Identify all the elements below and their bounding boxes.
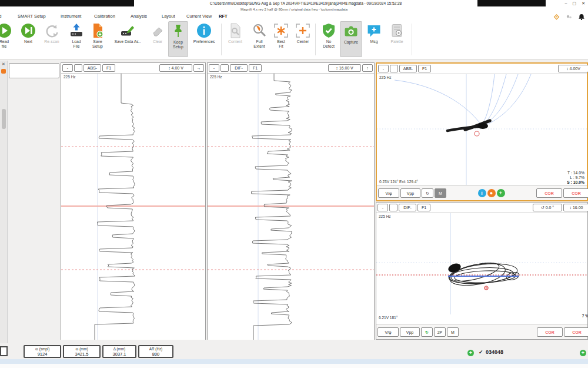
green-plus-round-button[interactable]: + — [497, 189, 505, 197]
frequency-label: 225 Hz — [64, 75, 76, 79]
cor-button-2[interactable]: COR — [564, 327, 588, 337]
mode-box[interactable]: DIF- — [399, 204, 416, 211]
frequency-label: 225 Hz — [379, 75, 392, 79]
vertical-scrollbar-thumb[interactable] — [2, 109, 6, 129]
direction-box[interactable]: ↑ — [362, 64, 373, 72]
stripchart2-plot[interactable]: 225 Hz — [208, 74, 374, 340]
tube-id[interactable]: 034048 — [486, 349, 503, 355]
m-button[interactable]: M — [447, 327, 459, 337]
orange-round-button[interactable]: ● — [487, 189, 496, 197]
channel-blank-box[interactable] — [74, 64, 82, 72]
save-data-as-button[interactable]: Save Data As.. — [109, 21, 146, 57]
clear-button[interactable]: Clear — [147, 21, 168, 57]
measurement-readout: 0.23V 124° Ext: 129.4° — [379, 180, 418, 184]
channel-blank-box[interactable] — [220, 64, 229, 72]
position-sample-cell: ⊙ (smpl) 9124 — [24, 345, 61, 358]
no-defect-button[interactable]: No Defect — [318, 21, 340, 57]
lissajous-dif-plot[interactable]: 225 Hz — [376, 213, 587, 314]
close-panel-icon[interactable]: ✕ — [0, 62, 7, 67]
content-button[interactable]: Content — [223, 21, 247, 57]
filter-box[interactable]: F1 — [102, 64, 115, 72]
cor-button-2[interactable]: COR — [563, 188, 588, 198]
preferences-button[interactable]: Preferences — [189, 21, 219, 57]
2p-button[interactable]: 2P — [434, 327, 446, 337]
save-setup-button[interactable]: Save Setup — [87, 21, 108, 57]
minimize-button[interactable]: – — [565, 0, 567, 6]
center-button[interactable]: Center — [292, 21, 314, 57]
channel-blank-box[interactable] — [390, 65, 398, 72]
frequency-label: 225 Hz — [379, 214, 391, 218]
left-collapsed-panel[interactable]: ✕ — [0, 61, 8, 343]
rotation-box[interactable]: ↺ 0.0 ° — [533, 204, 562, 211]
scale-box[interactable]: ↕ 16.00 V — [328, 64, 361, 72]
close-button[interactable]: ✕ — [582, 0, 585, 6]
filter-box[interactable]: F1 — [249, 64, 262, 72]
warning-diamond-icon[interactable] — [553, 14, 560, 20]
empty-input-box[interactable] — [9, 63, 59, 78]
stripchart1-plot[interactable]: 225 Hz — [61, 74, 205, 340]
filter-box[interactable]: F1 — [417, 204, 430, 211]
acquisition-rate-cell: AR (Hz) 800 — [138, 345, 173, 358]
rescan-button[interactable]: Re-scan — [39, 21, 65, 57]
menu-item-calibration[interactable]: Calibration — [94, 13, 115, 20]
scale-box[interactable]: ↕ 16.00 — [563, 204, 588, 211]
right-readout: 7 % — [582, 314, 588, 318]
status-tiny-box[interactable] — [0, 346, 8, 356]
orange-marker-icon — [1, 69, 6, 74]
refresh-button[interactable]: ↻ — [422, 188, 433, 198]
direction-box[interactable]: → — [193, 64, 204, 72]
palette-button[interactable]: Palette — [386, 21, 408, 57]
add-entry-icon[interactable]: + — [467, 350, 474, 356]
mode-box[interactable]: ABS- — [83, 64, 101, 72]
best-fit-icon — [273, 23, 289, 38]
scale-box[interactable]: ↕ 4.00V — [558, 65, 588, 72]
full-extent-icon — [252, 23, 267, 38]
vphi-button[interactable]: V/φ — [377, 327, 399, 337]
channel-minus-box[interactable]: - — [62, 64, 73, 72]
menu-item-layout[interactable]: Layout — [162, 13, 175, 20]
window-subtitle: Magnifi 4.x rev 2 half @ 80mm / original… — [0, 6, 588, 13]
bottom-margin — [0, 364, 588, 368]
title-bar: C:\Users\nmu\Desktop\SUNG Aug & Sep TA 2… — [0, 0, 588, 6]
capture-button[interactable]: Capture — [340, 21, 362, 57]
msg-button[interactable]: Msg — [363, 21, 385, 57]
menu-item-instrument[interactable]: Instrument — [61, 13, 81, 20]
menu-item-current-view[interactable]: Current View — [186, 13, 212, 20]
full-extent-button[interactable]: Full Extent — [248, 21, 270, 57]
mode-box[interactable]: ABS- — [399, 65, 417, 72]
channel-minus-box[interactable]: - — [378, 65, 389, 72]
tube-check-icon: ✓ — [479, 349, 483, 355]
mode-box[interactable]: DIF- — [230, 64, 248, 72]
cor-button-1[interactable]: COR — [536, 188, 562, 198]
next-button[interactable]: Next — [18, 21, 39, 57]
vpp-button[interactable]: Vpp — [400, 327, 420, 337]
vphi-button[interactable]: V/φ — [378, 188, 399, 198]
keep-setup-button[interactable]: Keep Setup — [168, 21, 188, 57]
menu-item-ad[interactable]: ad — [0, 13, 1, 20]
channel-minus-box[interactable]: - — [377, 204, 388, 211]
maximize-button[interactable]: ▢ — [573, 0, 577, 6]
bottom-scroll-strip[interactable] — [0, 359, 588, 364]
cor-button-1[interactable]: COR — [537, 327, 563, 337]
m-button[interactable]: M — [435, 188, 446, 198]
filter-box[interactable]: F1 — [418, 65, 431, 72]
read-file-button[interactable]: Read file — [0, 21, 18, 57]
menu-item-analysis[interactable]: Analysis — [131, 13, 147, 20]
lissajous-abs-plot[interactable]: 225 Hz 0.23V 124° Ext: 129.4° T : 14.0% … — [377, 74, 587, 185]
tls-readout: T : 14.0% L : 9.7% S : 10.0% — [567, 171, 584, 185]
channel-blank-box[interactable] — [389, 204, 397, 211]
info-round-button[interactable]: i — [478, 189, 486, 197]
add-entry-icon[interactable]: + — [580, 350, 586, 356]
next-circle-icon — [21, 23, 36, 38]
s-value: S : 10.0% — [567, 180, 584, 185]
vpp-button[interactable]: Vpp — [400, 188, 420, 198]
best-fit-button[interactable]: Best Fit — [270, 21, 292, 57]
menu-item-rft[interactable]: RFT — [219, 13, 228, 20]
menu-item-smart-setup[interactable]: SMART Setup — [18, 13, 46, 20]
settings-icon[interactable] — [566, 14, 572, 20]
channel-minus-box[interactable]: - — [209, 64, 219, 72]
stripchart1-header: - ABS- F1 ↕ 4.00 V → — [61, 63, 205, 74]
scale-box[interactable]: ↕ 4.00 V — [159, 64, 192, 72]
load-file-button[interactable]: Load File — [66, 21, 87, 57]
refresh-button[interactable]: ↻ — [421, 327, 433, 337]
